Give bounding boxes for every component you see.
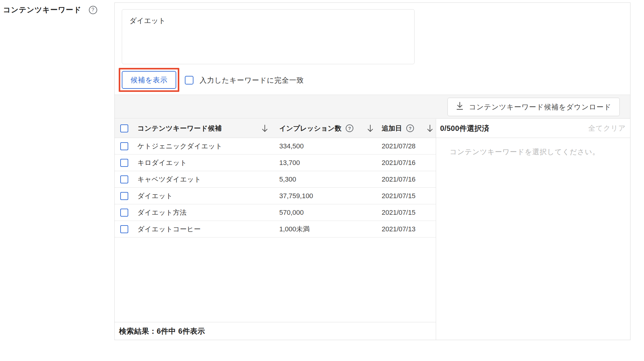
sort-added-icon[interactable] bbox=[427, 124, 433, 133]
added-help-icon[interactable]: ? bbox=[406, 124, 414, 132]
candidates-table: コンテンツキーワード候補 インプレッション数 ? bbox=[115, 119, 436, 340]
table-row: キャベツダイエット 5,300 2021/07/16 bbox=[115, 171, 436, 188]
table-header-row: コンテンツキーワード候補 インプレッション数 ? bbox=[115, 119, 436, 138]
row-keyword: キャベツダイエット bbox=[137, 175, 272, 184]
selection-empty-message: コンテンツキーワードを選択してください。 bbox=[436, 138, 630, 157]
keyword-input[interactable]: ダイエット bbox=[122, 9, 415, 64]
sort-impressions-icon[interactable] bbox=[367, 124, 374, 133]
selection-panel: 0/500件選択済 全てクリア コンテンツキーワードを選択してください。 bbox=[436, 119, 630, 340]
row-added-date: 2021/07/28 bbox=[376, 142, 436, 150]
row-checkbox[interactable] bbox=[120, 192, 128, 200]
content-keyword-panel: ダイエット 候補を表示 入力したキーワードに完全一致 コンテンツキーワード候補を… bbox=[114, 2, 630, 340]
header-impressions-cell: インプレッション数 ? bbox=[272, 124, 376, 133]
table-row: キロダイエット 13,700 2021/07/16 bbox=[115, 155, 436, 171]
table-row: ダイエット方法 570,000 2021/07/15 bbox=[115, 204, 436, 221]
header-keyword-cell: コンテンツキーワード候補 bbox=[137, 124, 272, 133]
header-added-cell: 追加日 ? bbox=[376, 124, 436, 133]
clear-all-link[interactable]: 全てクリア bbox=[588, 124, 626, 133]
row-checkbox[interactable] bbox=[120, 142, 128, 150]
candidates-toolbar: コンテンツキーワード候補をダウンロード bbox=[115, 95, 630, 119]
table-row: ケトジェニックダイエット 334,500 2021/07/28 bbox=[115, 138, 436, 155]
row-keyword: キロダイエット bbox=[137, 158, 272, 167]
row-select-cell bbox=[115, 159, 137, 167]
row-added-date: 2021/07/15 bbox=[376, 192, 436, 200]
field-label-row: コンテンツキーワード ? bbox=[3, 5, 97, 15]
row-added-date: 2021/07/13 bbox=[376, 225, 436, 233]
row-impressions: 1,000未満 bbox=[272, 225, 376, 234]
row-select-cell bbox=[115, 209, 137, 217]
header-added-label: 追加日 bbox=[382, 124, 402, 133]
header-impressions-label: インプレッション数 bbox=[279, 124, 341, 133]
exact-match-option: 入力したキーワードに完全一致 bbox=[185, 68, 304, 92]
row-checkbox[interactable] bbox=[120, 159, 128, 167]
result-summary: 検索結果：6件中 6件表示 bbox=[115, 322, 436, 340]
row-impressions: 37,759,100 bbox=[272, 192, 376, 200]
download-icon bbox=[456, 101, 464, 112]
row-keyword: ダイエット方法 bbox=[137, 208, 272, 217]
selection-count: 0/500件選択済 bbox=[440, 124, 490, 133]
help-icon[interactable]: ? bbox=[89, 6, 97, 14]
row-impressions: 5,300 bbox=[272, 175, 376, 183]
selection-header: 0/500件選択済 全てクリア bbox=[436, 119, 630, 138]
row-added-date: 2021/07/16 bbox=[376, 175, 436, 183]
impressions-help-icon[interactable]: ? bbox=[346, 124, 353, 132]
row-keyword: ケトジェニックダイエット bbox=[137, 142, 272, 151]
exact-match-checkbox[interactable] bbox=[185, 76, 193, 84]
select-all-checkbox[interactable] bbox=[120, 124, 128, 132]
row-keyword: ダイエットコーヒー bbox=[137, 225, 272, 234]
row-checkbox[interactable] bbox=[120, 175, 128, 183]
show-candidates-button[interactable]: 候補を表示 bbox=[122, 71, 176, 89]
table-row: ダイエット 37,759,100 2021/07/15 bbox=[115, 188, 436, 204]
row-checkbox[interactable] bbox=[120, 209, 128, 217]
row-checkbox[interactable] bbox=[120, 225, 128, 233]
row-added-date: 2021/07/15 bbox=[376, 209, 436, 217]
candidates-content: コンテンツキーワード候補 インプレッション数 ? bbox=[115, 119, 630, 340]
row-select-cell bbox=[115, 175, 137, 183]
field-label: コンテンツキーワード bbox=[3, 5, 81, 15]
row-impressions: 13,700 bbox=[272, 159, 376, 167]
row-added-date: 2021/07/16 bbox=[376, 159, 436, 167]
download-button-label: コンテンツキーワード候補をダウンロード bbox=[469, 102, 611, 112]
row-select-cell bbox=[115, 192, 137, 200]
sort-keyword-icon[interactable] bbox=[261, 124, 268, 133]
row-impressions: 334,500 bbox=[272, 142, 376, 150]
row-keyword: ダイエット bbox=[137, 191, 272, 201]
exact-match-label: 入力したキーワードに完全一致 bbox=[200, 76, 304, 85]
row-select-cell bbox=[115, 142, 137, 150]
row-select-cell bbox=[115, 225, 137, 233]
header-keyword-label: コンテンツキーワード候補 bbox=[137, 124, 222, 133]
download-candidates-button[interactable]: コンテンツキーワード候補をダウンロード bbox=[447, 98, 620, 116]
table-row: ダイエットコーヒー 1,000未満 2021/07/13 bbox=[115, 221, 436, 237]
header-select-cell bbox=[115, 124, 137, 132]
row-impressions: 570,000 bbox=[272, 209, 376, 217]
annotation-highlight-box: 候補を表示 bbox=[119, 68, 179, 92]
